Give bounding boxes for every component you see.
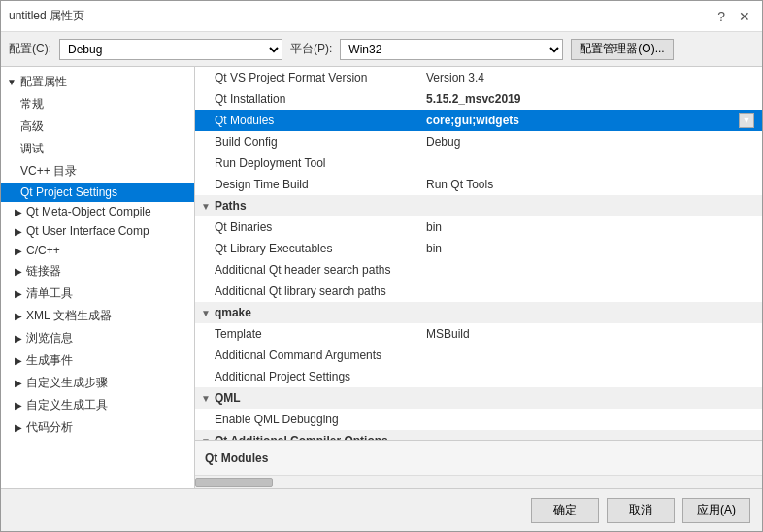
table-row[interactable]: Qt Installation 5.15.2_msvc2019 — [195, 88, 762, 110]
prop-value: Run Qt Tools — [418, 174, 762, 195]
platform-label: 平台(P): — [290, 41, 332, 57]
sidebar-item-build-events[interactable]: ▶ 生成事件 — [1, 349, 194, 372]
prop-value — [418, 281, 762, 302]
sidebar-item-advanced[interactable]: 高级 — [1, 116, 194, 138]
prop-name: Enable QML Debugging — [195, 409, 418, 430]
prop-name: Additional Qt library search paths — [195, 281, 418, 302]
toolbar-row: 配置(C): Debug 平台(P): Win32 配置管理器(O)... — [1, 32, 762, 67]
qt-ui-arrow-icon: ▶ — [15, 226, 22, 237]
build-events-arrow-icon: ▶ — [15, 355, 22, 366]
prop-value: 5.15.2_msvc2019 — [418, 88, 762, 110]
prop-value: Version 3.4 — [418, 67, 762, 88]
prop-name: Qt Library Executables — [195, 238, 418, 259]
prop-value — [418, 409, 762, 430]
section-qmake[interactable]: ▼ qmake — [195, 302, 762, 323]
prop-value: Debug — [418, 131, 762, 152]
properties-window: untitled 属性页 ? ✕ 配置(C): Debug 平台(P): Win… — [0, 0, 763, 532]
sidebar-item-browse[interactable]: ▶ 浏览信息 — [1, 327, 194, 349]
sidebar-root-label: 配置属性 — [20, 74, 67, 90]
prop-value — [418, 259, 762, 281]
sidebar: ▼ 配置属性 常规 高级 调试 VC++ 目录 Qt Project Setti… — [1, 67, 195, 488]
table-row[interactable]: Additional Command Arguments — [195, 345, 762, 366]
sidebar-item-manifest[interactable]: ▶ 清单工具 — [1, 283, 194, 305]
prop-name: Run Deployment Tool — [195, 152, 418, 174]
sidebar-item-linker[interactable]: ▶ 链接器 — [1, 260, 194, 283]
scroll-thumb[interactable] — [195, 478, 273, 487]
close-button[interactable]: ✕ — [735, 9, 754, 24]
config-label: 配置(C): — [9, 41, 51, 57]
table-row-qt-modules[interactable]: Qt Modules core;gui;widgets ▼ — [195, 110, 762, 131]
prop-name: Qt Modules — [195, 110, 418, 131]
platform-select[interactable]: Win32 — [340, 39, 563, 60]
description-text: Qt Modules — [205, 451, 268, 465]
section-qml[interactable]: ▼ QML — [195, 387, 762, 409]
custom-tools-arrow-icon: ▶ — [15, 400, 22, 411]
apply-button[interactable]: 应用(A) — [682, 498, 750, 523]
table-row[interactable]: Qt Library Executables bin — [195, 238, 762, 259]
cpp-arrow-icon: ▶ — [15, 246, 22, 256]
section-paths[interactable]: ▼ Paths — [195, 195, 762, 216]
horizontal-scrollbar[interactable] — [195, 475, 762, 488]
prop-value: MSBuild — [418, 323, 762, 345]
properties-table: Qt VS Project Format Version Version 3.4… — [195, 67, 762, 440]
title-bar-controls: ? ✕ — [713, 9, 754, 24]
prop-value: bin — [418, 216, 762, 238]
qt-compiler-section-toggle: ▼ Qt Additional Compiler Options — [201, 434, 388, 440]
sidebar-item-code-analysis[interactable]: ▶ 代码分析 — [1, 416, 194, 439]
table-row[interactable]: Enable QML Debugging — [195, 409, 762, 430]
qml-label: QML — [215, 391, 241, 405]
prop-value — [418, 366, 762, 387]
browse-arrow-icon: ▶ — [15, 333, 22, 344]
qml-collapse-icon: ▼ — [201, 393, 211, 404]
prop-value — [418, 345, 762, 366]
table-row[interactable]: Additional Qt header search paths — [195, 259, 762, 281]
table-row[interactable]: Additional Project Settings — [195, 366, 762, 387]
sidebar-item-xml-gen[interactable]: ▶ XML 文档生成器 — [1, 305, 194, 327]
custom-build-arrow-icon: ▶ — [15, 378, 22, 388]
table-row[interactable]: Additional Qt library search paths — [195, 281, 762, 302]
cancel-button[interactable]: 取消 — [607, 498, 675, 523]
code-analysis-arrow-icon: ▶ — [15, 422, 22, 433]
qmake-label: qmake — [215, 306, 251, 319]
xml-gen-arrow-icon: ▶ — [15, 311, 22, 321]
qmake-collapse-icon: ▼ — [201, 308, 211, 318]
sidebar-item-debug[interactable]: 调试 — [1, 138, 194, 160]
sidebar-item-cpp[interactable]: ▶ C/C++ — [1, 241, 194, 260]
table-row[interactable]: Build Config Debug — [195, 131, 762, 152]
qt-modules-value: core;gui;widgets — [426, 114, 519, 127]
qt-modules-value-container: core;gui;widgets ▼ — [426, 113, 754, 128]
qml-section-toggle: ▼ QML — [201, 391, 241, 405]
manifest-arrow-icon: ▶ — [15, 288, 22, 299]
config-manager-button[interactable]: 配置管理器(O)... — [571, 39, 673, 60]
sidebar-item-qt-ui[interactable]: ▶ Qt User Interface Comp — [1, 221, 194, 241]
sidebar-item-vcpp-dirs[interactable]: VC++ 目录 — [1, 160, 194, 183]
title-bar: untitled 属性页 ? ✕ — [1, 1, 762, 32]
qt-modules-dropdown-icon[interactable]: ▼ — [739, 113, 754, 128]
sidebar-root[interactable]: ▼ 配置属性 — [1, 71, 194, 93]
prop-name: Build Config — [195, 131, 418, 152]
table-row[interactable]: Qt VS Project Format Version Version 3.4 — [195, 67, 762, 88]
scroll-track — [195, 476, 762, 488]
sidebar-item-custom-build[interactable]: ▶ 自定义生成步骤 — [1, 372, 194, 394]
paths-section-toggle: ▼ Paths — [201, 199, 247, 213]
table-row[interactable]: Design Time Build Run Qt Tools — [195, 174, 762, 195]
properties-area: Qt VS Project Format Version Version 3.4… — [195, 67, 762, 440]
prop-name: Design Time Build — [195, 174, 418, 195]
config-select[interactable]: Debug — [59, 39, 282, 60]
paths-collapse-icon: ▼ — [201, 201, 211, 212]
linker-arrow-icon: ▶ — [15, 266, 22, 277]
table-row[interactable]: Template MSBuild — [195, 323, 762, 345]
prop-name: Template — [195, 323, 418, 345]
table-row[interactable]: Qt Binaries bin — [195, 216, 762, 238]
prop-value: bin — [418, 238, 762, 259]
sidebar-item-general[interactable]: 常规 — [1, 93, 194, 116]
sidebar-item-custom-tools[interactable]: ▶ 自定义生成工具 — [1, 394, 194, 416]
help-button[interactable]: ? — [713, 9, 729, 24]
section-qt-compiler[interactable]: ▼ Qt Additional Compiler Options — [195, 430, 762, 440]
sidebar-item-qt-project[interactable]: Qt Project Settings — [1, 183, 194, 202]
ok-button[interactable]: 确定 — [531, 498, 599, 523]
table-row[interactable]: Run Deployment Tool — [195, 152, 762, 174]
description-bar: Qt Modules — [195, 440, 762, 475]
prop-name: Additional Qt header search paths — [195, 259, 418, 281]
sidebar-item-qt-meta[interactable]: ▶ Qt Meta-Object Compile — [1, 202, 194, 221]
